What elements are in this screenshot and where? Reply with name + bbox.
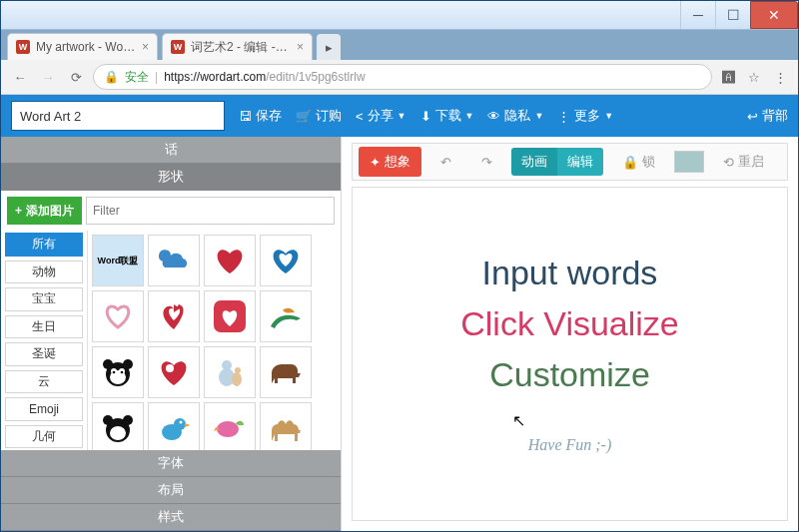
nav-back-button[interactable]: ← bbox=[9, 66, 31, 88]
new-tab-button[interactable]: ▸ bbox=[317, 34, 341, 60]
undo-button[interactable]: ↶ bbox=[429, 147, 462, 177]
shape-thumb[interactable] bbox=[260, 346, 312, 398]
shape-thumb[interactable] bbox=[148, 346, 200, 398]
download-button[interactable]: ⬇下载▼ bbox=[420, 107, 474, 125]
category-item-emoji[interactable]: Emoji bbox=[5, 397, 83, 421]
share-icon: < bbox=[356, 109, 364, 124]
close-icon[interactable]: × bbox=[142, 40, 149, 54]
accordion-layout[interactable]: 布局 bbox=[1, 477, 341, 504]
accordion-shapes[interactable]: 形状 bbox=[1, 164, 341, 191]
svg-point-21 bbox=[217, 421, 239, 437]
canvas-text-line: Have Fun ;-) bbox=[528, 436, 612, 454]
left-panel: 话 形状 +添加图片 所有 动物 宝宝 生日 圣诞 云 Emoji bbox=[1, 137, 342, 531]
artwork-title-input[interactable] bbox=[11, 101, 225, 131]
preview-canvas[interactable]: Input words Click Visualize Customize Ha… bbox=[352, 187, 788, 521]
lock-icon: 🔒 bbox=[622, 155, 638, 170]
eye-icon: 👁 bbox=[487, 109, 500, 124]
animate-tab[interactable]: 动画 bbox=[511, 148, 557, 176]
shape-thumb[interactable] bbox=[260, 290, 312, 342]
category-item-all[interactable]: 所有 bbox=[5, 233, 83, 257]
shape-category-list: 所有 动物 宝宝 生日 圣诞 云 Emoji 几何 bbox=[1, 231, 88, 450]
svg-point-9 bbox=[166, 364, 174, 372]
svg-point-13 bbox=[235, 367, 241, 373]
shape-thumb[interactable] bbox=[260, 235, 312, 286]
canvas-text-line: Customize bbox=[489, 355, 650, 394]
nav-forward-button[interactable]: → bbox=[37, 66, 59, 88]
more-button[interactable]: ⋮更多▼ bbox=[557, 107, 613, 125]
nav-reload-button[interactable]: ⟳ bbox=[65, 66, 87, 88]
download-icon: ⬇ bbox=[420, 109, 431, 124]
app-header: 🖫保存 🛒订购 <分享▼ ⬇下载▼ 👁隐私▼ ⋮更多▼ ↩背部 bbox=[1, 95, 798, 137]
shape-thumb[interactable] bbox=[204, 290, 256, 342]
shape-thumb[interactable] bbox=[204, 346, 256, 398]
lock-button[interactable]: 🔒锁 bbox=[611, 147, 666, 177]
share-button[interactable]: <分享▼ bbox=[356, 107, 406, 125]
shape-thumb[interactable] bbox=[204, 402, 256, 450]
shape-thumb[interactable] bbox=[148, 402, 200, 450]
svg-point-20 bbox=[180, 421, 183, 424]
shape-thumb[interactable] bbox=[92, 290, 144, 342]
shape-thumb[interactable]: Word联盟 bbox=[92, 235, 144, 286]
canvas-text-line: Input words bbox=[482, 254, 658, 292]
svg-point-3 bbox=[123, 359, 133, 369]
category-item-baby[interactable]: 宝宝 bbox=[5, 287, 83, 311]
secure-label: 安全 bbox=[125, 69, 149, 86]
order-button[interactable]: 🛒订购 bbox=[296, 107, 342, 125]
menu-icon[interactable]: ⋮ bbox=[770, 70, 790, 85]
accordion-fonts[interactable]: 字体 bbox=[1, 450, 341, 477]
shape-thumb[interactable] bbox=[260, 402, 312, 450]
url-text: https://wordart.com/editn/1v5pg6stlrlw bbox=[164, 70, 365, 84]
window-titlebar: ─ ☐ ✕ bbox=[1, 1, 798, 30]
svg-point-17 bbox=[110, 426, 126, 440]
visualize-button[interactable]: ✦想象 bbox=[359, 147, 421, 177]
svg-point-12 bbox=[232, 372, 242, 386]
reset-icon: ⟲ bbox=[723, 155, 734, 170]
translate-icon[interactable]: 🅰 bbox=[718, 70, 738, 85]
window-close-button[interactable]: ✕ bbox=[750, 1, 798, 29]
accordion-words[interactable]: 话 bbox=[1, 137, 341, 164]
favicon-icon: W bbox=[16, 40, 30, 54]
svg-point-15 bbox=[103, 415, 113, 425]
tab-title: 词艺术2 - 编辑 - 艺术字 bbox=[191, 39, 291, 56]
redo-icon: ↷ bbox=[481, 155, 492, 170]
save-button[interactable]: 🖫保存 bbox=[239, 107, 282, 125]
window-maximize-button[interactable]: ☐ bbox=[715, 1, 750, 29]
window-minimize-button[interactable]: ─ bbox=[680, 1, 715, 29]
right-panel: ✦想象 ↶ ↷ 动画 编辑 🔒锁 ⟲重启 Input words Click V… bbox=[342, 137, 798, 531]
more-icon: ⋮ bbox=[557, 109, 570, 124]
privacy-button[interactable]: 👁隐私▼ bbox=[487, 107, 543, 125]
category-item-geometry[interactable]: 几何 bbox=[5, 425, 83, 449]
browser-tab[interactable]: W 词艺术2 - 编辑 - 艺术字 × bbox=[162, 33, 313, 60]
shape-thumb[interactable] bbox=[92, 402, 144, 450]
browser-tab[interactable]: W My artwork - WordAr... × bbox=[7, 33, 158, 60]
edit-tab[interactable]: 编辑 bbox=[557, 148, 603, 176]
shape-thumb[interactable] bbox=[148, 235, 200, 286]
lock-icon: 🔒 bbox=[104, 70, 119, 84]
category-item-animals[interactable]: 动物 bbox=[5, 261, 83, 284]
close-icon[interactable]: × bbox=[297, 40, 304, 54]
canvas-toolbar: ✦想象 ↶ ↷ 动画 编辑 🔒锁 ⟲重启 bbox=[352, 143, 788, 181]
browser-toolbar: ← → ⟳ 🔒 安全 | https://wordart.com/editn/1… bbox=[1, 60, 798, 95]
svg-point-19 bbox=[174, 418, 186, 430]
category-item-clouds[interactable]: 云 bbox=[5, 370, 83, 394]
undo-icon: ↶ bbox=[440, 155, 451, 170]
back-button[interactable]: ↩背部 bbox=[747, 107, 788, 125]
back-icon: ↩ bbox=[747, 109, 758, 124]
svg-point-8 bbox=[121, 371, 124, 374]
shape-thumb[interactable] bbox=[92, 346, 144, 398]
svg-point-2 bbox=[103, 359, 113, 369]
category-item-birthday[interactable]: 生日 bbox=[5, 315, 83, 339]
cart-icon: 🛒 bbox=[296, 109, 312, 124]
shape-thumb[interactable] bbox=[204, 235, 256, 286]
add-image-button[interactable]: +添加图片 bbox=[7, 197, 82, 225]
reset-button[interactable]: ⟲重启 bbox=[712, 147, 775, 177]
address-bar[interactable]: 🔒 安全 | https://wordart.com/editn/1v5pg6s… bbox=[93, 64, 712, 90]
redo-button[interactable]: ↷ bbox=[470, 147, 503, 177]
plus-icon: + bbox=[15, 204, 22, 218]
shape-filter-input[interactable] bbox=[86, 197, 335, 225]
shape-thumb[interactable] bbox=[148, 290, 200, 342]
color-swatch[interactable] bbox=[674, 151, 704, 173]
category-item-christmas[interactable]: 圣诞 bbox=[5, 342, 83, 366]
accordion-style[interactable]: 样式 bbox=[1, 504, 341, 531]
bookmark-icon[interactable]: ☆ bbox=[744, 70, 764, 85]
